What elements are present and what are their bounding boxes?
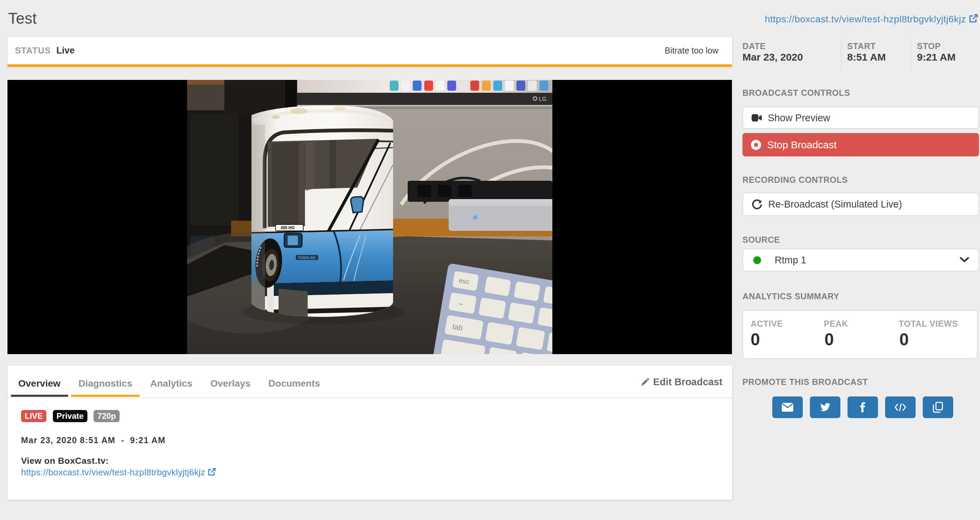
svg-text:455 HO: 455 HO [281, 225, 294, 230]
svg-text:LG: LG [539, 96, 546, 102]
svg-text:tab: tab [452, 322, 463, 333]
svg-text:TRANS AM: TRANS AM [298, 256, 315, 260]
